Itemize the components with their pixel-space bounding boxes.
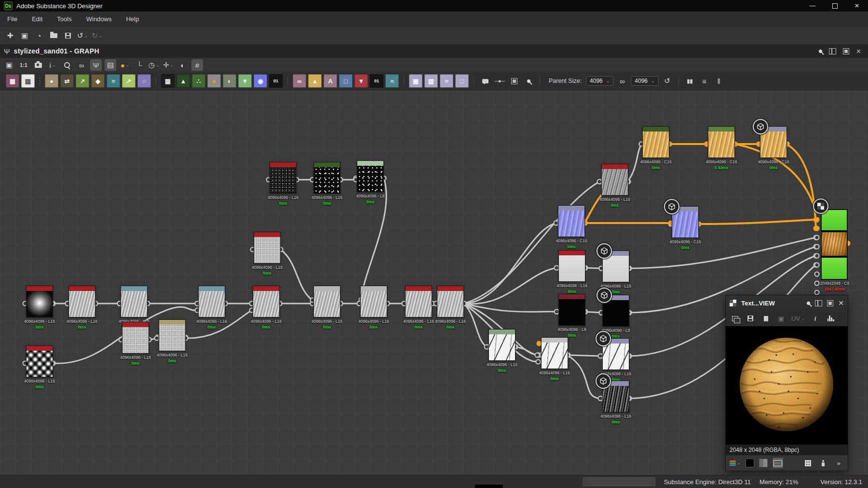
curve-view-tile[interactable]: ▥ xyxy=(424,74,438,88)
graph-node[interactable]: 4096x4096 - L160ms xyxy=(313,286,340,317)
maximize-2dview-icon[interactable] xyxy=(827,300,833,306)
link-creation-icon[interactable]: ∞ xyxy=(76,59,87,71)
graph-node[interactable]: 4096x4096 - L160ms xyxy=(68,286,95,317)
graph-tab-title[interactable]: stylized_sand01 - GRAPH xyxy=(14,47,99,55)
gradient-node-tile[interactable]: ▲ xyxy=(176,74,190,88)
elbow-wire-icon[interactable]: └ xyxy=(134,59,145,71)
graph-node[interactable]: 4096x4096 - L160ms xyxy=(26,286,53,317)
overflow-button[interactable]: » xyxy=(833,458,844,468)
reset-size-icon[interactable]: ↺ xyxy=(662,75,673,87)
search-icon[interactable] xyxy=(61,59,73,71)
menu-windows[interactable]: Windows xyxy=(79,12,119,27)
menu-help[interactable]: Help xyxy=(119,12,146,27)
wire-style-icon[interactable]: ●⌄ xyxy=(119,59,131,71)
new-function-icon[interactable]: ◔ xyxy=(33,30,45,41)
copy-image-button[interactable] xyxy=(760,313,771,324)
tools-icon[interactable]: ✛⌄ xyxy=(163,59,174,71)
physical-size-button[interactable] xyxy=(818,458,828,468)
link-size-icon[interactable]: ∞ xyxy=(616,75,628,87)
shape-node-tile[interactable]: ○ xyxy=(137,74,151,88)
channel-select-button[interactable]: ⌄ xyxy=(730,458,741,468)
dot-node-icon[interactable]: ─●─ xyxy=(494,75,505,87)
duplicate-view-button[interactable] xyxy=(730,313,740,324)
material-output-badge[interactable] xyxy=(813,198,828,214)
flood-fill-tile[interactable]: ▼ xyxy=(354,74,368,88)
screenshot-icon[interactable] xyxy=(32,59,44,71)
graph-node[interactable]: 4096x4096 - C160ms xyxy=(642,126,669,158)
open-icon[interactable] xyxy=(48,30,59,41)
snap-grid-icon[interactable]: # xyxy=(191,59,203,71)
reload-image-button[interactable]: ▣ xyxy=(776,313,787,324)
new-graph-icon[interactable]: ▣ xyxy=(19,30,30,41)
maximize-button[interactable] xyxy=(824,0,846,12)
timings-icon[interactable]: ◷⌄ xyxy=(148,59,160,71)
float-panel-icon[interactable] xyxy=(829,48,836,54)
splatter-node-tile[interactable]: ∴ xyxy=(192,74,205,88)
parent-size-width-dropdown[interactable]: 4096⌄ xyxy=(586,76,613,86)
focus-panel-icon[interactable] xyxy=(843,48,849,54)
dock-2dview-icon[interactable] xyxy=(815,300,822,306)
redo-icon[interactable]: ↻⌄ xyxy=(91,30,103,41)
graph-node[interactable]: 4096x4096 - C160.92ms xyxy=(708,126,735,158)
graph-node[interactable]: 4096x4096 - L80ms xyxy=(357,160,384,192)
value-processor-tile[interactable]: 01 xyxy=(370,74,383,88)
graph-node[interactable]: 4096x4096 - L160ms xyxy=(541,337,568,369)
new-substance-icon[interactable]: ✚ xyxy=(4,30,16,41)
crop-node-tile[interactable]: □ xyxy=(339,74,353,88)
material-output-node[interactable]: 2048x2048 - C82047.92ms xyxy=(821,209,848,280)
snap-align-icon[interactable]: ‖ xyxy=(713,75,725,87)
zoom-1-1-icon[interactable]: 1:1 xyxy=(18,59,29,71)
text-node-tile[interactable]: A xyxy=(324,74,337,88)
2d-view-image[interactable] xyxy=(726,326,848,445)
graph-node[interactable]: 4096x4096 - L160ms xyxy=(601,164,628,196)
pixel-processor-tile[interactable]: ▣ xyxy=(409,74,422,88)
close-tab-icon[interactable]: ✕ xyxy=(856,48,861,55)
pin-icon[interactable] xyxy=(523,75,534,87)
minimize-button[interactable]: — xyxy=(801,0,824,12)
curve-node-tile[interactable]: ↗ xyxy=(76,74,89,88)
view-in-3d-badge[interactable] xyxy=(596,373,611,389)
node-info-icon[interactable]: i⌄ xyxy=(47,59,58,71)
information-button[interactable]: i xyxy=(810,313,821,324)
view-in-3d-badge[interactable] xyxy=(596,331,611,346)
pin-2dview-icon[interactable] xyxy=(806,301,811,305)
align-horizontal-icon[interactable]: ▮▮ xyxy=(684,75,696,87)
layers-icon[interactable]: ▤ xyxy=(105,59,116,71)
blend-node-tile[interactable]: ● xyxy=(45,74,58,88)
graph-node[interactable]: 4096x4096 - L160ms xyxy=(437,286,464,317)
graph-node[interactable]: 4096x4096 - L160ms xyxy=(270,162,297,194)
warp-node-tile[interactable]: ≈ xyxy=(107,74,120,88)
align-vertical-icon[interactable]: ≡ xyxy=(699,75,710,87)
graph-node[interactable]: 4096x4096 - L160ms xyxy=(254,232,281,264)
frame-node-tile[interactable]: □ xyxy=(455,74,469,88)
view-in-3d-badge[interactable] xyxy=(597,288,612,303)
graph-node[interactable]: 4096x4096 - L160ms xyxy=(405,286,432,317)
uv-mode-dropdown[interactable]: UV⌄ xyxy=(791,313,805,324)
uniform-color-tile[interactable]: ◉ xyxy=(254,74,267,88)
tile-sampler-tile[interactable]: ▦ xyxy=(161,74,175,88)
pin-panel-icon[interactable] xyxy=(818,49,823,53)
mirror-node-tile[interactable]: ▲ xyxy=(308,74,322,88)
graph-node[interactable]: 4096x4096 - L160ms xyxy=(26,345,53,377)
save-image-button[interactable] xyxy=(745,313,756,324)
graph-view-icon[interactable]: Ψ xyxy=(90,59,102,71)
histogram-scan-tile[interactable]: ≈ xyxy=(440,74,453,88)
dot-node-tile[interactable]: ● xyxy=(207,74,221,88)
graph-node[interactable]: 4096x4096 - L160ms xyxy=(121,286,148,317)
bitmap-node-tile[interactable]: ▦ xyxy=(6,74,19,88)
2d-view-titlebar[interactable]: Text...VIEW ✕ xyxy=(726,295,848,311)
grayscale-conversion-tile[interactable]: 01 xyxy=(269,74,283,88)
fx-map-tile[interactable]: ≈ xyxy=(385,74,399,88)
close-2dview-icon[interactable]: ✕ xyxy=(838,299,844,307)
graph-node[interactable]: 4096x4096 - L160ms xyxy=(253,286,280,317)
save-icon[interactable] xyxy=(62,30,74,41)
parent-size-height-dropdown[interactable]: 4096⌄ xyxy=(631,76,658,86)
menu-tools[interactable]: Tools xyxy=(50,12,79,27)
comment-icon[interactable] xyxy=(479,75,491,87)
histogram-button[interactable] xyxy=(826,313,836,324)
graph-node[interactable]: 4096x4096 - L160ms xyxy=(122,322,149,354)
spline-node-tile[interactable]: ∞ xyxy=(293,74,306,88)
tiling-button[interactable] xyxy=(802,458,813,468)
background-gray-swatch[interactable] xyxy=(759,459,768,467)
graph-node[interactable]: 4096x4096 - L80ms xyxy=(558,294,585,326)
